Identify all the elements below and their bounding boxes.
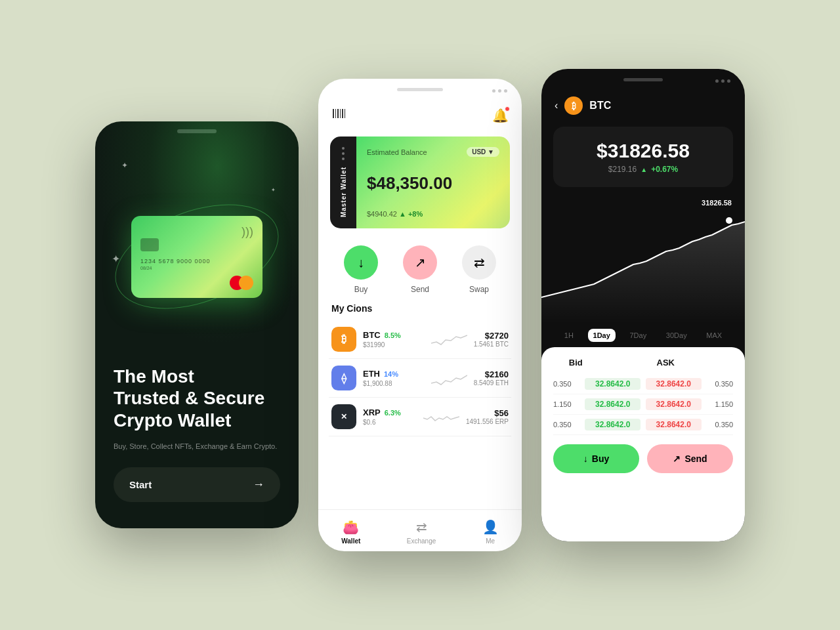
ob-bid-2: 1.150 <box>553 400 585 408</box>
exchange-nav-icon: ⇄ <box>416 519 427 535</box>
ob-price-green-3: 32.8642.0 <box>585 419 640 430</box>
me-nav-label: Me <box>486 537 495 545</box>
side-dots <box>342 147 345 160</box>
eth-icon: ⟠ <box>331 366 356 390</box>
swap-button[interactable]: ⇄ Swap <box>462 245 496 294</box>
action-buttons: ↓ Buy ↗ Send ⇄ Swap <box>318 234 522 301</box>
bell-icon-wrap[interactable]: 🔔 <box>492 108 509 123</box>
phone-1-dark: ✦ ✦ ✦ ))) 1234 5678 9000 0000 08/24 The … <box>95 121 299 528</box>
btc-symbol: BTC <box>363 330 381 340</box>
buy-button[interactable]: ↓ Buy <box>344 245 378 294</box>
ob-bid-1: 0.350 <box>553 380 585 388</box>
send-btn-label: Send <box>684 453 707 464</box>
bid-col-title: Bid <box>553 358 598 368</box>
svg-rect-3 <box>340 109 341 118</box>
btc-icon: ₿ <box>331 327 356 352</box>
svg-rect-1 <box>335 109 336 118</box>
phone3-dots <box>715 79 730 83</box>
dot1 <box>492 89 495 93</box>
star-1: ✦ <box>121 161 128 170</box>
btc-pct: 8.5% <box>385 331 401 339</box>
btc-value: $2720 1.5461 BTC <box>474 331 509 348</box>
ob-ask-1: 0.350 <box>702 380 733 388</box>
btc-header-icon: ₿ <box>564 96 583 115</box>
btc-amount: 1.5461 BTC <box>474 341 509 348</box>
eth-pct: 14% <box>384 370 398 378</box>
tab-30day[interactable]: 30Day <box>661 329 692 342</box>
p3-dot1 <box>715 79 719 83</box>
phone2-notch <box>397 88 443 91</box>
ob-price-red-2: 32.8642.0 <box>646 398 702 410</box>
side-dot2 <box>342 152 345 155</box>
contactless-icon: ))) <box>242 225 253 239</box>
nav-wallet[interactable]: 👛 Wallet <box>341 519 360 545</box>
xrp-sparkline <box>423 408 459 426</box>
nav-me[interactable]: 👤 Me <box>482 519 499 545</box>
card-chip <box>140 238 159 251</box>
dot3 <box>504 89 507 93</box>
my-cions-title: My Cions <box>318 301 522 320</box>
credit-card: ))) 1234 5678 9000 0000 08/24 <box>131 216 262 298</box>
swap-icon-circle: ⇄ <box>462 245 496 280</box>
start-arrow-icon: → <box>253 478 264 492</box>
p3-header: ‹ ₿ BTC <box>541 69 745 121</box>
back-button[interactable]: ‹ <box>555 100 558 112</box>
card-side: Master Wallet <box>330 136 356 228</box>
eth-usd: $2160 <box>474 369 509 379</box>
svg-rect-5 <box>345 109 345 118</box>
coin-item-xrp[interactable]: ✕ XRP 6.3% $0.6 $56 1491.556 ERP <box>329 398 511 436</box>
tab-1h[interactable]: 1H <box>559 329 579 342</box>
phone1-content: The MostTrusted & SecureCrypto Wallet Bu… <box>95 366 299 528</box>
xrp-price-sub: $0.6 <box>363 419 417 426</box>
coin-list: ₿ BTC 8.5% $31990 $2720 1.5461 BTC ⟠ ETH <box>318 320 522 509</box>
start-button[interactable]: Start → <box>114 467 280 502</box>
currency-badge[interactable]: USD ▼ <box>467 147 499 157</box>
balance-amount: $48,350.00 <box>367 173 499 194</box>
send-label: Send <box>411 285 429 294</box>
balance-change: ▲ +8% <box>399 210 423 218</box>
xrp-amount: 1491.556 ERP <box>466 418 509 425</box>
nav-exchange[interactable]: ⇄ Exchange <box>407 519 436 545</box>
buy-label: Buy <box>354 285 368 294</box>
eth-sparkline <box>431 369 467 387</box>
me-nav-icon: 👤 <box>482 519 499 535</box>
phone2-header: 🔔 <box>318 79 522 131</box>
phone-2-white: 🔔 Master Wallet Estimated Balance USD ▼ … <box>318 79 522 551</box>
ob-send-button[interactable]: ↗ Send <box>647 444 733 473</box>
p3-coin-title: BTC <box>589 100 611 112</box>
send-icon-circle: ↗ <box>403 245 437 280</box>
barcode-icon[interactable] <box>331 106 346 125</box>
ob-ask-2: 1.150 <box>702 400 733 408</box>
wallet-nav-label: Wallet <box>341 537 360 545</box>
ob-price-red-1: 32.8642.0 <box>646 378 702 390</box>
svg-rect-0 <box>333 109 334 118</box>
p3-dot2 <box>721 79 724 83</box>
xrp-info: XRP 6.3% $0.6 <box>363 408 417 426</box>
btc-price-diff: $219.16 <box>608 165 637 174</box>
tab-max[interactable]: MAX <box>701 329 727 342</box>
btc-usd: $2720 <box>474 331 509 341</box>
exchange-nav-label: Exchange <box>407 537 436 545</box>
btc-sparkline <box>431 330 467 348</box>
start-label: Start <box>129 479 152 490</box>
xrp-icon: ✕ <box>331 404 356 429</box>
tab-1day[interactable]: 1Day <box>588 329 616 342</box>
eth-price-sub: $1,900.88 <box>363 380 425 387</box>
headline-text: The MostTrusted & SecureCrypto Wallet <box>114 366 280 432</box>
ob-buy-button[interactable]: ↓ Buy <box>553 444 639 473</box>
tab-7day[interactable]: 7Day <box>625 329 652 342</box>
btc-info: BTC 8.5% $31990 <box>363 330 425 348</box>
ask-col-title: ASK <box>598 358 734 368</box>
btc-main-price: $31826.58 <box>566 140 720 162</box>
send-button[interactable]: ↗ Send <box>403 245 437 294</box>
ob-actions: ↓ Buy ↗ Send <box>553 444 733 473</box>
coin-item-btc[interactable]: ₿ BTC 8.5% $31990 $2720 1.5461 BTC <box>329 320 511 359</box>
chart-price-label: 31826.58 <box>702 199 732 207</box>
card-number: 1234 5678 9000 0000 <box>140 258 253 264</box>
phone3-notch <box>623 78 663 81</box>
btc-name-row: BTC 8.5% <box>363 330 425 340</box>
mastercard-logo <box>230 276 253 290</box>
p3-dot3 <box>727 79 730 83</box>
buy-btn-label: Buy <box>592 453 609 464</box>
coin-item-eth[interactable]: ⟠ ETH 14% $1,900.88 $2160 8.5409 ETH <box>329 359 511 398</box>
